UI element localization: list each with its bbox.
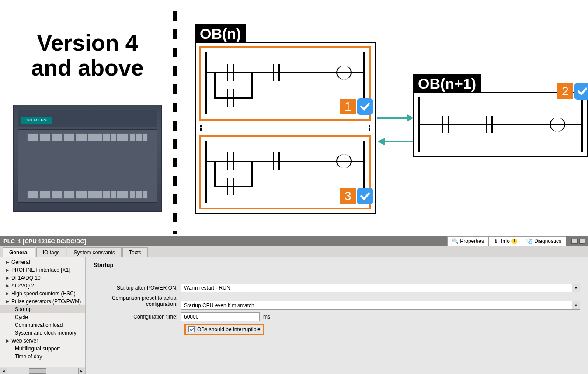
scroll-thumb[interactable] xyxy=(29,368,46,374)
nav-item[interactable]: ▶Pulse generators (PTO/PWM) xyxy=(0,298,85,305)
chevron-down-icon[interactable]: ▼ xyxy=(572,301,580,309)
config-time-label: Configuration time: xyxy=(94,314,181,320)
nav-item[interactable]: ▶High speed counters (HSC) xyxy=(0,290,85,298)
nav-item[interactable]: System and clock memory xyxy=(0,329,85,337)
comparison-label: Comparison preset to actual configuratio… xyxy=(94,295,181,308)
nav-item-label: System and clock memory xyxy=(15,330,77,336)
nav-item[interactable]: ▶PROFINET interface [X1] xyxy=(0,266,85,274)
check-icon xyxy=(357,98,373,115)
restore-icon[interactable] xyxy=(579,239,585,244)
tab-diagnostics[interactable]: 🩺 Diagnostics xyxy=(522,236,566,246)
properties-icon: 🔍 xyxy=(452,238,458,244)
nav-item-label: DI 14/DQ 10 xyxy=(11,275,41,281)
nav-item[interactable]: Communication load xyxy=(0,321,85,329)
nav-item-label: Web server xyxy=(11,338,38,344)
properties-panel: PLC_1 [CPU 1215C DC/DC/DC] 🔍 Properties … xyxy=(0,236,588,374)
nav-item-label: Startup xyxy=(15,306,32,312)
tab-properties[interactable]: 🔍 Properties xyxy=(447,236,489,246)
nav-tree[interactable]: ▶General▶PROFINET interface [X1]▶DI 14/D… xyxy=(0,257,86,374)
expand-triangle-icon: ▶ xyxy=(6,268,10,272)
expand-triangle-icon: ▶ xyxy=(6,339,10,343)
device-title: PLC_1 [CPU 1215C DC/DC/DC] xyxy=(3,238,86,245)
ob-n-header: OB(n) xyxy=(195,24,246,43)
arrow-right-icon xyxy=(377,117,407,119)
step-badge-3: 3 xyxy=(340,188,373,204)
nav-item-label: Communication load xyxy=(15,322,63,328)
config-time-unit: ms xyxy=(263,314,270,320)
header-tabs: 🔍 Properties ℹ Info i 🩺 Diagnostics xyxy=(447,236,566,246)
expand-triangle-icon: ▶ xyxy=(6,284,10,288)
inner-tab-system-constants[interactable]: System constants xyxy=(67,247,122,257)
expand-triangle-icon: ▶ xyxy=(6,299,10,304)
version-line-1: Version 4 xyxy=(13,31,162,55)
step-badge-1: 1 xyxy=(340,98,373,115)
diagnostics-icon: 🩺 xyxy=(526,238,532,244)
obs-interruptible-row[interactable]: OBs should be interruptible xyxy=(184,324,264,335)
nav-item-label: Pulse generators (PTO/PWM) xyxy=(11,298,81,305)
expand-triangle-icon: ▶ xyxy=(6,276,10,280)
nav-item-label: PROFINET interface [X1] xyxy=(11,267,70,273)
horizontal-scrollbar[interactable]: ◄ ► xyxy=(0,367,85,374)
startup-after-dropdown[interactable]: Warm restart - RUN ▼ xyxy=(181,284,580,292)
info-icon: ℹ xyxy=(493,238,499,244)
startup-after-label: Startup after POWER ON: xyxy=(94,285,181,291)
inner-tab-general[interactable]: General xyxy=(3,247,35,257)
version-line-2: and above xyxy=(13,55,162,80)
check-icon xyxy=(574,83,588,100)
nav-item[interactable]: Multilingual support xyxy=(0,345,85,353)
nav-item-label: Cycle xyxy=(15,314,28,320)
nav-item[interactable]: Time of day xyxy=(0,353,85,360)
nav-item-label: High speed counters (HSC) xyxy=(11,291,76,297)
nav-item-label: AI 2/AQ 2 xyxy=(11,283,34,289)
nav-item[interactable]: ▶AI 2/AQ 2 xyxy=(0,282,85,290)
nav-item[interactable]: ▶General xyxy=(0,258,85,266)
info-badge-icon: i xyxy=(511,239,517,244)
ob-n1-header: OB(n+1) xyxy=(413,74,481,93)
diagram-area: Version 4 and above SIEMENS OB(n) xyxy=(0,0,588,236)
scroll-left-icon[interactable]: ◄ xyxy=(0,368,7,374)
nav-item[interactable]: Cycle xyxy=(0,313,85,321)
inner-tab-texts[interactable]: Texts xyxy=(122,247,148,257)
inner-tab-io-tags[interactable]: IO tags xyxy=(36,247,66,257)
section-title: Startup xyxy=(94,262,580,268)
arrow-left-icon xyxy=(384,141,413,142)
nav-item[interactable]: Startup xyxy=(0,305,85,313)
step-number: 1 xyxy=(340,99,356,114)
expand-triangle-icon: ▶ xyxy=(6,291,10,296)
tab-info[interactable]: ℹ Info i xyxy=(489,236,522,246)
nav-item-label: Multilingual support xyxy=(15,346,60,352)
config-time-input[interactable]: 60000 xyxy=(181,312,260,321)
chevron-down-icon[interactable]: ▼ xyxy=(572,284,580,292)
obs-interruptible-label: OBs should be interruptible xyxy=(197,326,261,332)
step-number: 3 xyxy=(340,188,356,204)
minimize-icon[interactable] xyxy=(571,239,578,244)
step-number: 2 xyxy=(557,83,573,99)
check-icon xyxy=(357,188,373,204)
ob-n-plus-1-block: OB(n+1) xyxy=(413,92,588,157)
obs-interruptible-checkbox[interactable] xyxy=(188,326,195,332)
nav-item[interactable]: ▶Web server xyxy=(0,337,85,345)
nav-item-label: General xyxy=(11,259,30,265)
plc-brand-badge: SIEMENS xyxy=(21,117,52,124)
nav-item[interactable]: ▶DI 14/DQ 10 xyxy=(0,274,85,282)
scroll-right-icon[interactable]: ► xyxy=(78,368,85,374)
inner-tabs: General IO tags System constants Texts xyxy=(0,246,588,257)
startup-form: Startup Startup after POWER ON: Warm res… xyxy=(86,257,588,374)
step-badge-2: 2 xyxy=(557,83,588,100)
plc-hardware-image: SIEMENS xyxy=(13,105,162,212)
comparison-dropdown[interactable]: Startup CPU even if mismatch ▼ xyxy=(181,301,580,310)
version-label: Version 4 and above xyxy=(13,31,162,80)
vertical-separator xyxy=(173,11,177,234)
nav-item-label: Time of day xyxy=(15,353,42,360)
expand-triangle-icon: ▶ xyxy=(6,260,10,264)
properties-header: PLC_1 [CPU 1215C DC/DC/DC] 🔍 Properties … xyxy=(0,236,588,246)
